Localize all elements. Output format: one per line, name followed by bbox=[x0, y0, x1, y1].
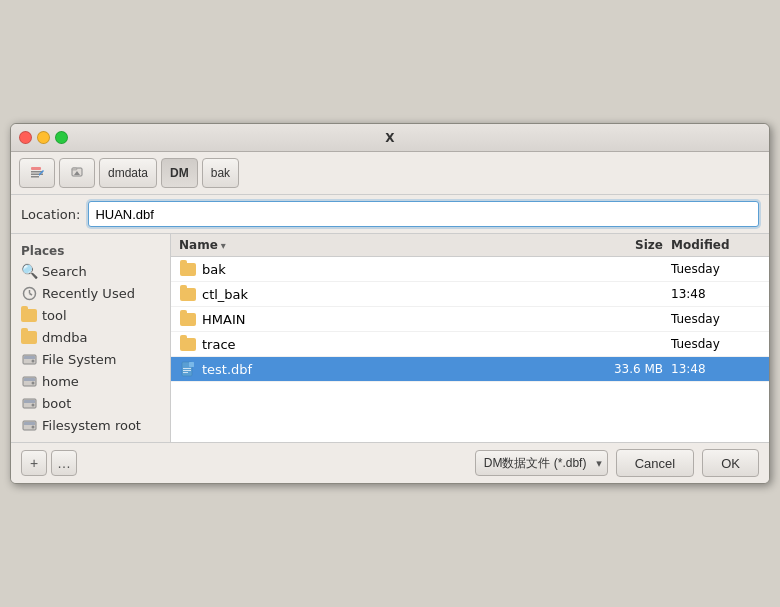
dbf-file-icon bbox=[179, 360, 197, 378]
file-list-header: Name ▾ Size Modified bbox=[171, 234, 769, 257]
svg-line-8 bbox=[29, 293, 32, 295]
svg-rect-13 bbox=[24, 378, 35, 381]
sidebar-item-recently-used[interactable]: Recently Used bbox=[11, 282, 170, 304]
svg-rect-24 bbox=[183, 370, 191, 371]
folder-icon-tool bbox=[21, 307, 37, 323]
titlebar-buttons bbox=[19, 131, 68, 144]
table-row-selected[interactable]: test.dbf 33.6 MB 13:48 bbox=[171, 357, 769, 382]
location-label: Location: bbox=[21, 207, 80, 222]
svg-point-11 bbox=[31, 359, 34, 362]
bottom-bar: + … DM数据文件 (*.dbf)所有文件 (*) Cancel OK bbox=[11, 442, 769, 483]
disk-icon-home bbox=[21, 373, 37, 389]
table-row[interactable]: bak Tuesday bbox=[171, 257, 769, 282]
edit-button[interactable] bbox=[19, 158, 55, 188]
folder-icon bbox=[179, 285, 197, 303]
table-row[interactable]: trace Tuesday bbox=[171, 332, 769, 357]
location-input[interactable] bbox=[88, 201, 759, 227]
sidebar: Places 🔍 Search Recently Used bbox=[11, 234, 171, 442]
minimize-button[interactable] bbox=[37, 131, 50, 144]
column-modified-header: Modified bbox=[671, 238, 761, 252]
folder-icon bbox=[179, 335, 197, 353]
table-row[interactable]: HMAIN Tuesday bbox=[171, 307, 769, 332]
up-icon bbox=[68, 164, 86, 182]
table-row[interactable]: ctl_bak 13:48 bbox=[171, 282, 769, 307]
file-list: bak Tuesday ctl_bak 13:48 bbox=[171, 257, 769, 442]
column-name-header[interactable]: Name ▾ bbox=[179, 238, 591, 252]
remove-place-button[interactable]: … bbox=[51, 450, 77, 476]
titlebar: X bbox=[11, 124, 769, 152]
svg-rect-0 bbox=[31, 167, 41, 170]
svg-point-14 bbox=[31, 381, 34, 384]
main-content: Places 🔍 Search Recently Used bbox=[11, 234, 769, 442]
svg-rect-23 bbox=[183, 368, 191, 369]
breadcrumb-dmdata[interactable]: dmdata bbox=[99, 158, 157, 188]
disk-icon-root bbox=[21, 417, 37, 433]
right-controls: DM数据文件 (*.dbf)所有文件 (*) Cancel OK bbox=[475, 449, 759, 477]
clock-icon bbox=[21, 285, 37, 301]
svg-rect-25 bbox=[183, 372, 188, 373]
filter-dropdown[interactable]: DM数据文件 (*.dbf)所有文件 (*) bbox=[475, 450, 608, 476]
file-dialog-window: X dmdat bbox=[10, 123, 770, 484]
up-button[interactable] bbox=[59, 158, 95, 188]
sidebar-section-title: Places bbox=[11, 240, 170, 260]
disk-icon-boot bbox=[21, 395, 37, 411]
sidebar-item-filesystem-root[interactable]: Filesystem root bbox=[11, 414, 170, 436]
ellipsis-icon: … bbox=[57, 455, 71, 471]
sidebar-item-filesystem[interactable]: File System bbox=[11, 348, 170, 370]
window-title: X bbox=[385, 131, 394, 145]
folder-icon bbox=[179, 260, 197, 278]
folder-icon-dmdba bbox=[21, 329, 37, 345]
svg-point-17 bbox=[31, 403, 34, 406]
cancel-button[interactable]: Cancel bbox=[616, 449, 694, 477]
sidebar-item-boot[interactable]: boot bbox=[11, 392, 170, 414]
svg-rect-16 bbox=[24, 400, 35, 403]
svg-point-20 bbox=[31, 425, 34, 428]
close-button[interactable] bbox=[19, 131, 32, 144]
toolbar: dmdata DM bak bbox=[11, 152, 769, 195]
svg-rect-3 bbox=[31, 176, 39, 178]
maximize-button[interactable] bbox=[55, 131, 68, 144]
breadcrumb-dm[interactable]: DM bbox=[161, 158, 198, 188]
svg-rect-10 bbox=[24, 356, 35, 359]
column-size-header: Size bbox=[591, 238, 671, 252]
file-list-container: Name ▾ Size Modified bak Tuesday bbox=[171, 234, 769, 442]
location-bar: Location: bbox=[11, 195, 769, 234]
sidebar-item-tool[interactable]: tool bbox=[11, 304, 170, 326]
sidebar-controls: + … bbox=[21, 450, 77, 476]
add-place-button[interactable]: + bbox=[21, 450, 47, 476]
sidebar-item-search[interactable]: 🔍 Search bbox=[11, 260, 170, 282]
disk-icon-filesystem bbox=[21, 351, 37, 367]
svg-rect-19 bbox=[24, 422, 35, 425]
sidebar-item-dmdba[interactable]: dmdba bbox=[11, 326, 170, 348]
breadcrumb-bak[interactable]: bak bbox=[202, 158, 239, 188]
svg-rect-22 bbox=[189, 362, 194, 367]
sort-arrow-icon: ▾ bbox=[221, 240, 226, 251]
folder-icon bbox=[179, 310, 197, 328]
svg-rect-5 bbox=[72, 168, 77, 170]
filter-wrapper: DM数据文件 (*.dbf)所有文件 (*) bbox=[475, 450, 608, 476]
search-icon: 🔍 bbox=[21, 263, 37, 279]
sidebar-item-home[interactable]: home bbox=[11, 370, 170, 392]
edit-icon bbox=[28, 164, 46, 182]
plus-icon: + bbox=[30, 455, 38, 471]
ok-button[interactable]: OK bbox=[702, 449, 759, 477]
